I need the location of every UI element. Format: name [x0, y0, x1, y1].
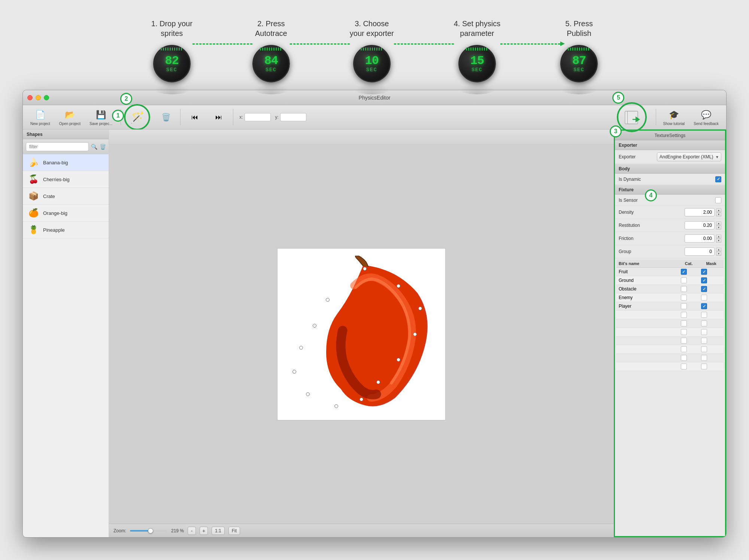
canvas-viewport[interactable] [109, 144, 614, 524]
connector-3-4 [394, 43, 454, 45]
density-input[interactable] [685, 208, 715, 216]
show-tutorial-button[interactable]: 🎓 Show tutorial [659, 107, 688, 128]
shape-item-orange-big[interactable]: 🍊 Orange-big [23, 205, 109, 222]
density-label: Density [619, 210, 685, 215]
shapes-title: Shapes [27, 132, 43, 137]
new-project-button[interactable]: 📄 New project [27, 107, 54, 128]
bits-table-container: Bit's name Cat. Mask Fruit Ground [615, 258, 725, 536]
exporter-select-wrapper: AndEngine Exporter (XML) ▼ [657, 152, 721, 161]
bits-mask-checkbox-7[interactable] [701, 329, 707, 335]
bits-mask-checkbox-9[interactable] [701, 346, 707, 352]
bits-cat-checkbox-8[interactable] [681, 338, 687, 344]
friction-up-button[interactable]: ▲ [716, 235, 721, 238]
zoom-1-1-button[interactable]: 1:1 [212, 527, 225, 535]
group-down-button[interactable]: ▼ [716, 252, 721, 256]
is-sensor-checkbox[interactable] [715, 197, 721, 203]
maximize-button[interactable] [44, 95, 49, 100]
bits-table-row-2: Obstacle [616, 285, 724, 293]
bits-mask-checkbox-3[interactable] [701, 295, 707, 301]
density-up-button[interactable]: ▲ [716, 209, 721, 212]
bits-mask-cell-8 [699, 337, 724, 345]
bits-cat-checkbox-5[interactable] [681, 312, 687, 318]
bits-cat-checkbox-9[interactable] [681, 346, 687, 352]
group-label: Group [619, 249, 685, 254]
restitution-down-button[interactable]: ▼ [716, 226, 721, 229]
bits-table-row-3: Enemy [616, 293, 724, 302]
friction-input[interactable] [685, 234, 715, 243]
group-input[interactable] [685, 247, 715, 256]
physics-point-2 [397, 284, 400, 288]
bits-mask-checkbox-2[interactable] [701, 286, 707, 292]
zoom-slider[interactable] [130, 530, 167, 532]
restitution-spinner: ▲ ▼ [716, 222, 721, 229]
bits-mask-checkbox-5[interactable] [701, 312, 707, 318]
bits-table-row-5 [616, 311, 724, 319]
autotrace-wand-button[interactable]: 🪄 [124, 104, 150, 130]
step-5-sec: SEC [574, 67, 585, 73]
canvas-toolbar [109, 130, 614, 144]
bits-mask-checkbox-8[interactable] [701, 338, 707, 344]
save-project-button[interactable]: 💾 Save projec... [86, 107, 116, 128]
bits-cat-cell-8 [679, 337, 699, 345]
bits-cat-checkbox-1[interactable] [681, 277, 687, 283]
bits-mask-checkbox-11[interactable] [701, 363, 707, 369]
density-down-button[interactable]: ▼ [716, 213, 721, 216]
bits-mask-checkbox-10[interactable] [701, 355, 707, 361]
close-button[interactable] [27, 95, 33, 100]
last-frame-button[interactable]: ⏭ [207, 109, 230, 125]
physics-point-12 [313, 324, 316, 328]
bits-cat-checkbox-6[interactable] [681, 320, 687, 326]
zoom-minus-button[interactable]: - [188, 527, 196, 535]
x-coord-input[interactable] [245, 113, 271, 121]
physics-point-10 [292, 370, 296, 374]
first-frame-button[interactable]: ⏮ [184, 109, 206, 125]
bits-cat-checkbox-11[interactable] [681, 363, 687, 369]
panel-title: TextureSettings [655, 133, 686, 138]
publish-button[interactable] [617, 102, 647, 132]
bits-cat-checkbox-7[interactable] [681, 329, 687, 335]
restitution-up-button[interactable]: ▲ [716, 222, 721, 225]
bits-cat-checkbox-2[interactable] [681, 286, 687, 292]
open-project-button[interactable]: 📂 Open project [55, 107, 84, 128]
shape-item-cherries-big[interactable]: 🍒 Cherries-big [23, 171, 109, 188]
physics-point-8 [334, 404, 338, 408]
bits-mask-checkbox-1[interactable] [701, 277, 707, 283]
bits-mask-checkbox-4[interactable] [701, 303, 707, 309]
step-4-reflection [458, 83, 496, 94]
restitution-input[interactable] [685, 221, 715, 229]
is-dynamic-checkbox[interactable] [715, 176, 721, 182]
send-feedback-button[interactable]: 💬 Send feedback [690, 107, 722, 128]
bits-name-cell-8 [616, 337, 679, 345]
step-5-badge: 5 [612, 92, 624, 104]
shape-item-crate[interactable]: 📦 Crate [23, 188, 109, 205]
bits-name-cell-0: Fruit [616, 268, 679, 276]
friction-down-button[interactable]: ▼ [716, 239, 721, 243]
zoom-fit-button[interactable]: Fit [228, 527, 240, 535]
bits-name-cell-5 [616, 311, 679, 319]
send-feedback-label: Send feedback [694, 122, 719, 126]
group-up-button[interactable]: ▲ [716, 248, 721, 252]
delete-icon: 🗑️ [160, 111, 172, 123]
toolbar-divider-3 [233, 109, 233, 125]
bits-mask-cell-11 [699, 362, 724, 371]
filter-input[interactable] [26, 142, 89, 151]
bits-mask-checkbox-0[interactable] [701, 269, 707, 275]
bits-cat-checkbox-0[interactable] [681, 269, 687, 275]
bits-cat-checkbox-10[interactable] [681, 355, 687, 361]
app-window: PhysicsEditor 📄 New project 📂 Open proje… [22, 90, 727, 538]
shape-item-pineapple[interactable]: 🍍 Pineapple [23, 222, 109, 238]
shape-item-banana-big[interactable]: 🍌 Banana-big [23, 154, 109, 171]
delete-button[interactable]: 🗑️ [155, 109, 177, 125]
zoom-slider-thumb[interactable] [148, 528, 153, 533]
bits-cat-checkbox-3[interactable] [681, 295, 687, 301]
exporter-value-wrapper: AndEngine Exporter (XML) ▼ [657, 152, 721, 161]
delete-shape-icon[interactable]: 🗑️ [100, 142, 106, 151]
exporter-select[interactable]: AndEngine Exporter (XML) [657, 152, 721, 161]
zoom-plus-button[interactable]: + [200, 527, 208, 535]
minimize-button[interactable] [36, 95, 41, 100]
bits-mask-checkbox-6[interactable] [701, 320, 707, 326]
bits-cat-checkbox-4[interactable] [681, 303, 687, 309]
search-icon[interactable]: 🔍 [91, 142, 97, 151]
save-project-label: Save projec... [90, 122, 112, 126]
y-coord-input[interactable] [280, 113, 306, 121]
